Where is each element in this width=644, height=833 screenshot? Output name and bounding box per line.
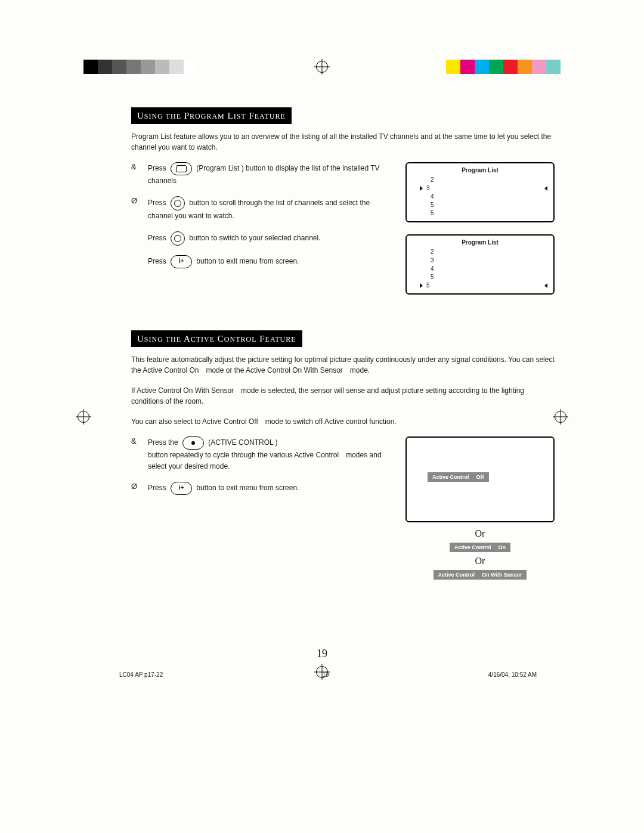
section-heading-program-list: USING THE PROGRAM LIST FEATURE xyxy=(131,107,292,124)
osd-program-list-1: Program List 23455 xyxy=(405,162,555,222)
step-body: Press button to exit menu from screen. xyxy=(148,255,388,268)
colorbar-swatch xyxy=(475,60,489,74)
colorbar-swatch xyxy=(546,60,561,74)
osd-item: 5 xyxy=(431,209,434,218)
pill-label: Active Control xyxy=(432,474,469,480)
footer-page: 19 xyxy=(322,671,329,678)
pill-label: Active Control xyxy=(438,572,475,578)
osd-row: 5 xyxy=(431,201,547,209)
osd-item: 5 xyxy=(431,273,434,281)
or-label: Or xyxy=(405,528,555,539)
colorbar-swatch xyxy=(503,60,518,74)
footer-date: 4/16/04, 10:52 AM xyxy=(488,671,537,678)
section1-steps: &Press (Program List ) button to display… xyxy=(131,162,388,268)
instruction-step: ØPress button to scroll through the list… xyxy=(131,196,388,222)
manual-page: USING THE PROGRAM LIST FEATURE Program L… xyxy=(0,0,644,833)
selection-arrow-icon xyxy=(544,186,547,191)
footer-file: LC04 AP p17-22 xyxy=(119,671,163,678)
colorbar-swatch xyxy=(126,60,141,74)
osd-row: 3 xyxy=(431,184,547,193)
step-body: Press button to scroll through the list … xyxy=(148,196,388,222)
cursor-button-icon xyxy=(171,196,185,210)
pill-value: Off xyxy=(476,474,484,480)
step-marker: & xyxy=(131,162,148,171)
osd-item: 2 xyxy=(431,248,434,256)
colorbar-swatch xyxy=(460,60,475,74)
osd-item: 3 xyxy=(426,184,430,193)
or-label: Or xyxy=(405,556,555,566)
remote-button-icon xyxy=(171,482,192,495)
colorbar-swatch xyxy=(155,60,169,74)
osd-row: 5 xyxy=(431,209,547,218)
active-control-pill: Active Control Off xyxy=(428,472,489,482)
print-footer: LC04 AP p17-22 19 4/16/04, 10:52 AM xyxy=(119,671,537,678)
colorbar-swatch xyxy=(446,60,460,74)
page-number: 19 xyxy=(0,648,644,660)
pill-label: Active Control xyxy=(454,544,491,550)
osd-row: 3 xyxy=(431,256,547,265)
osd-item: 4 xyxy=(431,265,434,273)
osd-row: 5 xyxy=(431,281,547,290)
colorbar-swatch xyxy=(83,60,98,74)
remote-button-icon xyxy=(182,436,204,450)
osd-row: 2 xyxy=(431,176,547,184)
pill-value: On With Sensor xyxy=(482,572,522,578)
selection-arrow-icon xyxy=(420,283,423,288)
step-body: Press button to switch to your selected … xyxy=(148,231,388,246)
osd-row: 2 xyxy=(431,248,547,256)
step-marker: & xyxy=(131,436,148,445)
colorbar-swatch xyxy=(141,60,155,74)
page-content: USING THE PROGRAM LIST FEATURE Program L… xyxy=(131,107,555,580)
osd-item: 4 xyxy=(431,193,434,201)
section1-intro: Program List feature allows you to an ov… xyxy=(131,131,555,153)
instruction-step: &Press (Program List ) button to display… xyxy=(131,162,388,187)
active-control-pill: Active Control On xyxy=(450,543,510,552)
step-body: Press button to exit menu from screen. xyxy=(148,482,388,495)
osd-title: Program List xyxy=(413,239,547,246)
colorbar-swatch xyxy=(184,60,198,74)
colorbar-swatch xyxy=(532,60,546,74)
osd-title: Program List xyxy=(413,167,547,174)
section2-para3: You can also select to Active Control Of… xyxy=(131,416,555,427)
step-body: Press (Program List ) button to display … xyxy=(148,162,388,187)
osd-program-list-2: Program List 23455 xyxy=(405,234,555,295)
selection-arrow-icon xyxy=(544,283,547,288)
colorbar-swatch xyxy=(98,60,112,74)
colorbar-swatch xyxy=(169,60,184,74)
osd-active-control-screen: Active Control Off xyxy=(405,436,555,522)
section2-para1: This feature automatically adjust the pi… xyxy=(131,354,555,376)
osd-item: 2 xyxy=(431,176,434,184)
registration-mark-icon xyxy=(78,411,89,423)
osd-item: 5 xyxy=(431,201,434,209)
pill-value: On xyxy=(499,544,506,550)
remote-button-icon xyxy=(171,162,192,175)
section2-para2: If Active Control On With Sensor mode is… xyxy=(131,385,555,407)
step-marker: Ø xyxy=(131,482,148,491)
instruction-step: &Press the (ACTIVE CONTROL )button repea… xyxy=(131,436,388,472)
colorbar-swatch xyxy=(518,60,532,74)
instruction-step: Press button to exit menu from screen. xyxy=(131,255,388,268)
colorbar-swatch xyxy=(489,60,503,74)
step-body: Press the (ACTIVE CONTROL )button repeat… xyxy=(148,436,388,472)
remote-button-icon xyxy=(171,255,192,268)
osd-row: 5 xyxy=(431,273,547,281)
instruction-step: Press button to switch to your selected … xyxy=(131,231,388,246)
section-heading-active-control: USING THE ACTIVE CONTROL FEATURE xyxy=(131,330,302,347)
osd-item: 3 xyxy=(431,256,434,265)
osd-row: 4 xyxy=(431,193,547,201)
cursor-button-icon xyxy=(171,231,185,246)
section2-steps: &Press the (ACTIVE CONTROL )button repea… xyxy=(131,436,388,495)
step-marker: Ø xyxy=(131,196,148,205)
osd-item: 5 xyxy=(426,281,430,290)
colorbar-swatch xyxy=(112,60,126,74)
instruction-step: ØPress button to exit menu from screen. xyxy=(131,482,388,495)
active-control-pill: Active Control On With Sensor xyxy=(434,570,527,580)
registration-mark-icon xyxy=(316,61,328,73)
registration-mark-icon xyxy=(555,411,566,423)
selection-arrow-icon xyxy=(420,186,423,191)
osd-row: 4 xyxy=(431,265,547,273)
